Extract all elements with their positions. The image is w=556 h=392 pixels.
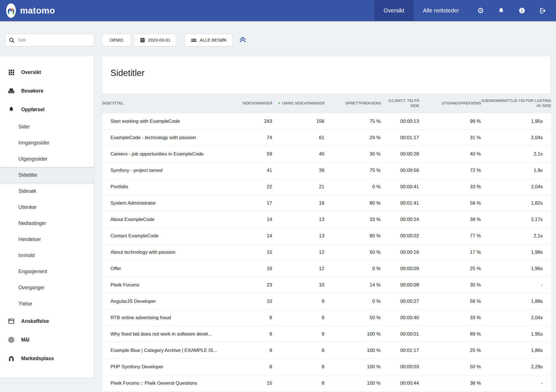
sidebar-item-label: Overganger — [18, 285, 44, 291]
sidebar-item-label: Oppførsel — [21, 107, 45, 113]
row-label[interactable]: System Administrator — [102, 195, 230, 211]
row-value: 38 % — [419, 211, 481, 228]
column-header-gj-snitt-tid-p-side[interactable]: GJ.SNITT. TID PÅ SIDE — [381, 93, 419, 113]
site-selector-button[interactable]: DEMO — [102, 34, 131, 46]
collapse-toolbar-chevron-icon[interactable] — [239, 36, 247, 44]
row-value: 2,1s — [481, 228, 551, 244]
row-value: - — [481, 375, 551, 391]
row-label[interactable]: Piwik Forums :: Piwik General Questions — [102, 375, 230, 391]
row-value: 15 — [230, 244, 272, 260]
column-header-sprettfrekvens[interactable]: SPRETTFREKVENS — [325, 93, 381, 113]
table-row: Careers - job opportunities in ExampleCo… — [102, 146, 551, 162]
sidebar-item-utgangssider[interactable]: Utgangssider — [0, 151, 94, 167]
column-header-sidetittel[interactable]: SIDETITTEL — [102, 93, 230, 113]
row-value: 00:00:44 — [381, 375, 419, 391]
column-header-gjennomsnittlig-tid-for-lasting-av-side[interactable]: GJENNOMSNITTLIG TID FOR LASTING AV SIDE — [481, 93, 551, 113]
visitors-people-icon — [191, 38, 197, 43]
row-value: 50 % — [325, 310, 381, 326]
row-label[interactable]: Contact ExampleCode — [102, 228, 230, 244]
row-label[interactable]: About ExampleCode — [102, 211, 230, 228]
row-value: 00:00:28 — [381, 146, 419, 162]
info-icon[interactable] — [518, 7, 525, 14]
row-value: 9 — [272, 293, 325, 310]
row-value: 00:00:03 — [381, 359, 419, 375]
sidebar-item-oppf-rsel[interactable]: Oppførsel — [0, 100, 94, 119]
row-value: 56 % — [419, 293, 481, 310]
row-label[interactable]: Symfony - project tamed — [102, 162, 230, 179]
row-label[interactable]: Offer — [102, 260, 230, 277]
sidebar-item-nedlastinger[interactable]: Nedlastinger — [0, 215, 94, 231]
row-label[interactable]: ExampleCode - technology with passion — [102, 130, 230, 146]
sort-descending-arrow-icon: ▼ — [278, 101, 281, 105]
row-value: 12 — [272, 260, 325, 277]
sidebar-item-inngangssider[interactable]: Inngangssider — [0, 135, 94, 151]
sidebar-item-sidetitler[interactable]: Sidetitler — [0, 167, 94, 183]
column-header-unike-sidevisninger[interactable]: ▼UNIKE SIDEVISNINGER — [272, 93, 325, 113]
row-value: 80 % — [325, 195, 381, 211]
sidebar-item-label: Mål — [21, 337, 29, 343]
sidebar-item-markedsplass[interactable]: Markedsplass — [0, 349, 94, 368]
row-label[interactable]: AngularJS Developer — [102, 293, 230, 310]
notifications-bell-icon[interactable] — [498, 7, 505, 14]
row-value: 00:00:24 — [381, 211, 419, 228]
sidebar-item-ytelse[interactable]: Ytelse — [0, 296, 94, 312]
row-label[interactable]: PHP Symfony Developer — [102, 359, 230, 375]
tab-oversikt[interactable]: Oversikt — [374, 0, 414, 21]
row-value: 0 % — [325, 293, 381, 310]
row-label[interactable]: RTB online advertising fraud — [102, 310, 230, 326]
table-header-row: SIDETITTELSIDEVISNINGER▼UNIKE SIDEVISNIN… — [102, 93, 551, 113]
row-value: 0 % — [325, 260, 381, 277]
target-icon — [8, 337, 15, 343]
row-value: 100 % — [325, 326, 381, 342]
sidebar-item-sider[interactable]: Sider — [0, 119, 94, 135]
search-input[interactable] — [17, 37, 94, 43]
column-header-utgangsfrekvens[interactable]: UTGANGSFREKVENS — [419, 93, 481, 113]
sidebar-item-overganger[interactable]: Overganger — [0, 280, 94, 296]
row-value: 59 — [230, 146, 272, 162]
date-picker-button[interactable]: 2023-03-01 — [134, 34, 176, 46]
sidebar-item-label: Besøkere — [21, 88, 44, 94]
sidebar-item-innhold[interactable]: Innhold — [0, 248, 94, 264]
row-value: 2,1s — [481, 146, 551, 162]
row-label[interactable]: Portfolio — [102, 179, 230, 195]
row-value: 8 — [272, 342, 325, 359]
row-value: 75 % — [325, 113, 381, 130]
row-label[interactable]: Piwik Forums — [102, 277, 230, 293]
table-row: ExampleCode - technology with passion746… — [102, 130, 551, 146]
row-value: 12 — [272, 244, 325, 260]
column-header-sidevisninger[interactable]: SIDEVISNINGER — [230, 93, 272, 113]
sidebar-item-anskaffelse[interactable]: Anskaffelse — [0, 312, 94, 330]
row-value: 14 % — [325, 277, 381, 293]
row-value: 33 % — [419, 179, 481, 195]
row-value: 17 % — [419, 244, 481, 260]
matomo-logo-icon — [6, 3, 16, 19]
segment-selector-button[interactable]: ALLE BESØK — [185, 34, 233, 46]
row-label[interactable]: Why fixed bid does not work in software … — [102, 326, 230, 342]
row-value: 13 — [272, 228, 325, 244]
tab-alle-nettsteder[interactable]: Alle nettsteder — [414, 0, 468, 21]
row-value: 00:01:17 — [381, 342, 419, 359]
row-value: 1,95s — [481, 326, 551, 342]
sidebar-item-sides-k[interactable]: Sidesøk — [0, 183, 94, 199]
row-label[interactable]: About technology with passion — [102, 244, 230, 260]
row-value: 8 — [272, 375, 325, 391]
sidebar-item-m-l[interactable]: Mål — [0, 330, 94, 349]
row-label[interactable]: Careers - job opportunities in ExampleCo… — [102, 146, 230, 162]
row-value: 1,88s — [481, 293, 551, 310]
sidebar-item-bes-kere[interactable]: Besøkere — [0, 82, 94, 100]
table-row: Example Blue | Category Archive | EXAMPL… — [102, 342, 551, 359]
matomo-logo[interactable]: matomo — [0, 3, 55, 19]
table-body: Start working with ExampleCode24315675 %… — [102, 113, 551, 391]
sidebar-item-hendelser[interactable]: Hendelser — [0, 231, 94, 248]
signout-icon[interactable] — [539, 7, 546, 14]
table-row: Contact ExampleCode141380 %00:00:0277 %2… — [102, 228, 551, 244]
table-row: Piwik Forums :: Piwik General Questions1… — [102, 375, 551, 391]
sidebar-item-oversikt[interactable]: Oversikt — [0, 63, 94, 82]
row-label[interactable]: Example Blue | Category Archive | EXAMPL… — [102, 342, 230, 359]
row-label[interactable]: Start working with ExampleCode — [102, 113, 230, 130]
sidebar-item-engasjement[interactable]: Engasjement — [0, 264, 94, 280]
sidebar-item-utlenker[interactable]: Utlenker — [0, 199, 94, 215]
top-nav: Oversikt Alle nettsteder ⚙ — [374, 0, 556, 21]
row-value: 25 % — [419, 342, 481, 359]
settings-gear-icon[interactable]: ⚙ — [477, 7, 484, 14]
